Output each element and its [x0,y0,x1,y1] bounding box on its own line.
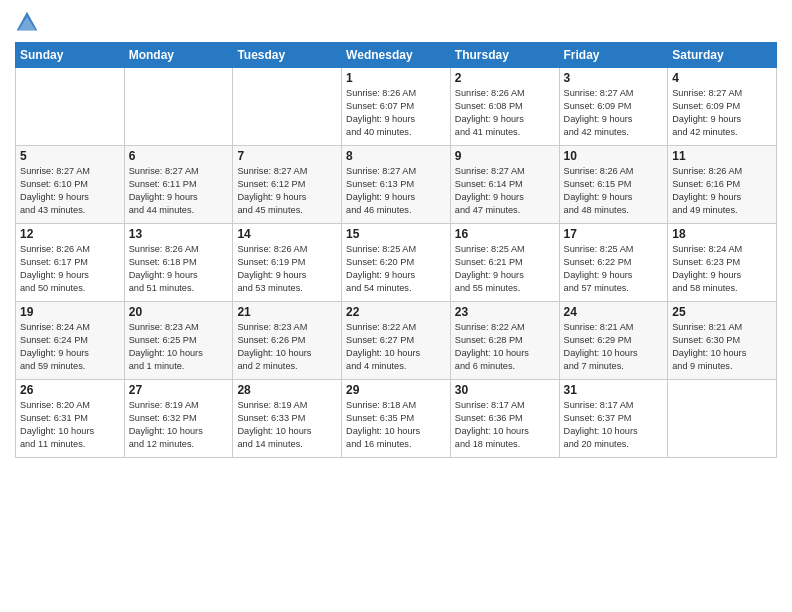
day-info: Sunrise: 8:26 AM Sunset: 6:07 PM Dayligh… [346,87,446,139]
calendar-cell: 11Sunrise: 8:26 AM Sunset: 6:16 PM Dayli… [668,146,777,224]
day-info: Sunrise: 8:22 AM Sunset: 6:27 PM Dayligh… [346,321,446,373]
logo [15,10,43,34]
day-number: 15 [346,227,446,241]
calendar-cell [668,380,777,458]
calendar-cell: 21Sunrise: 8:23 AM Sunset: 6:26 PM Dayli… [233,302,342,380]
weekday-header-tuesday: Tuesday [233,43,342,68]
weekday-header-wednesday: Wednesday [342,43,451,68]
day-info: Sunrise: 8:26 AM Sunset: 6:18 PM Dayligh… [129,243,229,295]
calendar-cell: 29Sunrise: 8:18 AM Sunset: 6:35 PM Dayli… [342,380,451,458]
day-info: Sunrise: 8:24 AM Sunset: 6:23 PM Dayligh… [672,243,772,295]
day-number: 16 [455,227,555,241]
day-info: Sunrise: 8:26 AM Sunset: 6:15 PM Dayligh… [564,165,664,217]
calendar-cell: 10Sunrise: 8:26 AM Sunset: 6:15 PM Dayli… [559,146,668,224]
day-number: 22 [346,305,446,319]
day-info: Sunrise: 8:26 AM Sunset: 6:16 PM Dayligh… [672,165,772,217]
day-info: Sunrise: 8:19 AM Sunset: 6:32 PM Dayligh… [129,399,229,451]
calendar-cell: 20Sunrise: 8:23 AM Sunset: 6:25 PM Dayli… [124,302,233,380]
day-info: Sunrise: 8:21 AM Sunset: 6:30 PM Dayligh… [672,321,772,373]
day-number: 7 [237,149,337,163]
day-number: 3 [564,71,664,85]
calendar-cell: 12Sunrise: 8:26 AM Sunset: 6:17 PM Dayli… [16,224,125,302]
weekday-header-thursday: Thursday [450,43,559,68]
day-info: Sunrise: 8:22 AM Sunset: 6:28 PM Dayligh… [455,321,555,373]
calendar-cell: 7Sunrise: 8:27 AM Sunset: 6:12 PM Daylig… [233,146,342,224]
day-number: 31 [564,383,664,397]
weekday-header-friday: Friday [559,43,668,68]
day-number: 29 [346,383,446,397]
calendar-cell: 18Sunrise: 8:24 AM Sunset: 6:23 PM Dayli… [668,224,777,302]
day-info: Sunrise: 8:27 AM Sunset: 6:10 PM Dayligh… [20,165,120,217]
day-number: 17 [564,227,664,241]
calendar-cell: 6Sunrise: 8:27 AM Sunset: 6:11 PM Daylig… [124,146,233,224]
weekday-header-row: SundayMondayTuesdayWednesdayThursdayFrid… [16,43,777,68]
calendar-cell: 30Sunrise: 8:17 AM Sunset: 6:36 PM Dayli… [450,380,559,458]
calendar-cell: 15Sunrise: 8:25 AM Sunset: 6:20 PM Dayli… [342,224,451,302]
calendar-cell [124,68,233,146]
header [15,10,777,34]
day-number: 12 [20,227,120,241]
day-number: 10 [564,149,664,163]
calendar-cell: 28Sunrise: 8:19 AM Sunset: 6:33 PM Dayli… [233,380,342,458]
day-info: Sunrise: 8:23 AM Sunset: 6:25 PM Dayligh… [129,321,229,373]
calendar-cell: 31Sunrise: 8:17 AM Sunset: 6:37 PM Dayli… [559,380,668,458]
day-number: 24 [564,305,664,319]
week-row-4: 19Sunrise: 8:24 AM Sunset: 6:24 PM Dayli… [16,302,777,380]
weekday-header-sunday: Sunday [16,43,125,68]
day-number: 28 [237,383,337,397]
day-number: 2 [455,71,555,85]
day-info: Sunrise: 8:25 AM Sunset: 6:21 PM Dayligh… [455,243,555,295]
day-number: 1 [346,71,446,85]
day-number: 26 [20,383,120,397]
calendar-cell: 1Sunrise: 8:26 AM Sunset: 6:07 PM Daylig… [342,68,451,146]
week-row-5: 26Sunrise: 8:20 AM Sunset: 6:31 PM Dayli… [16,380,777,458]
day-info: Sunrise: 8:27 AM Sunset: 6:13 PM Dayligh… [346,165,446,217]
page: SundayMondayTuesdayWednesdayThursdayFrid… [0,0,792,612]
calendar-cell: 16Sunrise: 8:25 AM Sunset: 6:21 PM Dayli… [450,224,559,302]
day-info: Sunrise: 8:18 AM Sunset: 6:35 PM Dayligh… [346,399,446,451]
day-number: 27 [129,383,229,397]
day-info: Sunrise: 8:20 AM Sunset: 6:31 PM Dayligh… [20,399,120,451]
logo-icon [15,10,39,34]
day-info: Sunrise: 8:25 AM Sunset: 6:20 PM Dayligh… [346,243,446,295]
day-number: 13 [129,227,229,241]
calendar-cell: 9Sunrise: 8:27 AM Sunset: 6:14 PM Daylig… [450,146,559,224]
day-info: Sunrise: 8:26 AM Sunset: 6:08 PM Dayligh… [455,87,555,139]
calendar-cell: 13Sunrise: 8:26 AM Sunset: 6:18 PM Dayli… [124,224,233,302]
day-number: 8 [346,149,446,163]
calendar-cell: 17Sunrise: 8:25 AM Sunset: 6:22 PM Dayli… [559,224,668,302]
calendar-cell: 25Sunrise: 8:21 AM Sunset: 6:30 PM Dayli… [668,302,777,380]
day-number: 21 [237,305,337,319]
day-info: Sunrise: 8:23 AM Sunset: 6:26 PM Dayligh… [237,321,337,373]
day-number: 20 [129,305,229,319]
week-row-2: 5Sunrise: 8:27 AM Sunset: 6:10 PM Daylig… [16,146,777,224]
day-info: Sunrise: 8:27 AM Sunset: 6:09 PM Dayligh… [564,87,664,139]
day-info: Sunrise: 8:17 AM Sunset: 6:36 PM Dayligh… [455,399,555,451]
day-info: Sunrise: 8:26 AM Sunset: 6:19 PM Dayligh… [237,243,337,295]
day-number: 6 [129,149,229,163]
day-number: 4 [672,71,772,85]
calendar: SundayMondayTuesdayWednesdayThursdayFrid… [15,42,777,458]
day-info: Sunrise: 8:27 AM Sunset: 6:09 PM Dayligh… [672,87,772,139]
week-row-1: 1Sunrise: 8:26 AM Sunset: 6:07 PM Daylig… [16,68,777,146]
day-info: Sunrise: 8:17 AM Sunset: 6:37 PM Dayligh… [564,399,664,451]
day-number: 18 [672,227,772,241]
calendar-cell: 27Sunrise: 8:19 AM Sunset: 6:32 PM Dayli… [124,380,233,458]
day-number: 23 [455,305,555,319]
calendar-cell: 2Sunrise: 8:26 AM Sunset: 6:08 PM Daylig… [450,68,559,146]
day-info: Sunrise: 8:21 AM Sunset: 6:29 PM Dayligh… [564,321,664,373]
calendar-cell: 24Sunrise: 8:21 AM Sunset: 6:29 PM Dayli… [559,302,668,380]
day-info: Sunrise: 8:27 AM Sunset: 6:12 PM Dayligh… [237,165,337,217]
day-number: 9 [455,149,555,163]
calendar-cell [233,68,342,146]
calendar-cell: 14Sunrise: 8:26 AM Sunset: 6:19 PM Dayli… [233,224,342,302]
day-info: Sunrise: 8:25 AM Sunset: 6:22 PM Dayligh… [564,243,664,295]
day-info: Sunrise: 8:19 AM Sunset: 6:33 PM Dayligh… [237,399,337,451]
week-row-3: 12Sunrise: 8:26 AM Sunset: 6:17 PM Dayli… [16,224,777,302]
day-number: 11 [672,149,772,163]
calendar-cell: 22Sunrise: 8:22 AM Sunset: 6:27 PM Dayli… [342,302,451,380]
day-info: Sunrise: 8:27 AM Sunset: 6:14 PM Dayligh… [455,165,555,217]
day-number: 30 [455,383,555,397]
calendar-cell: 26Sunrise: 8:20 AM Sunset: 6:31 PM Dayli… [16,380,125,458]
day-info: Sunrise: 8:26 AM Sunset: 6:17 PM Dayligh… [20,243,120,295]
